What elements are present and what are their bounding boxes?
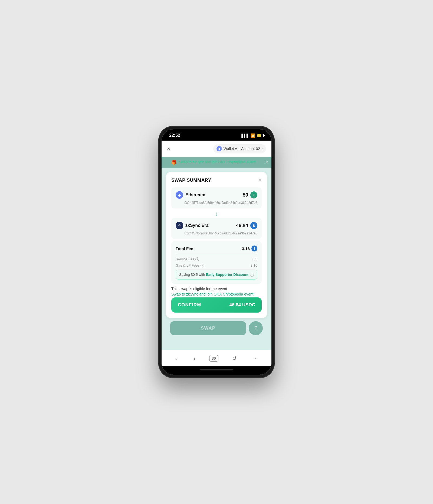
confirm-amount: 46.84 USDC [229, 302, 255, 308]
to-address: 0x24457fcca8fa56b446cc9ad3484c2ae362a2d7… [176, 231, 257, 235]
promo-text: Swap to zkSync and join OKX Cryptopedia … [179, 160, 256, 165]
bottom-area: SWAP ? [166, 321, 267, 339]
app-header: × ◆ Wallet A – Account 02 › [162, 141, 271, 157]
home-indicator [162, 366, 271, 375]
battery-icon [257, 134, 264, 137]
home-bar [200, 369, 233, 370]
event-section: This swap is eligible for the event Swap… [171, 287, 262, 296]
more-button[interactable]: ··· [251, 354, 261, 363]
wifi-icon: 📶 [251, 133, 255, 138]
signal-icon: ▌▌▌ [241, 134, 249, 138]
total-fee-value: 3.16 [242, 246, 250, 251]
from-amount-row: 50 T [243, 191, 257, 198]
refresh-button[interactable]: ↺ [229, 354, 240, 363]
from-chain-row: ◆ Ethereum 50 T 0x24457fcca8fa56b446cc9a… [171, 187, 262, 208]
promo-close-button[interactable]: × [266, 160, 268, 165]
usdt-token-icon: T [250, 191, 257, 198]
swap-button[interactable]: SWAP [170, 321, 246, 335]
status-time: 22:52 [169, 133, 180, 138]
bottom-nav: ‹ › 30 ↺ ··· [162, 350, 271, 366]
help-button[interactable]: ? [249, 321, 263, 335]
wallet-selector[interactable]: ◆ Wallet A – Account 02 › [213, 144, 266, 153]
calendar-button[interactable]: 30 [209, 355, 218, 362]
wallet-eth-icon: ◆ [216, 146, 222, 151]
modal-close-button[interactable]: × [259, 177, 262, 183]
chevron-right-icon: › [262, 147, 263, 151]
from-chain-info: ◆ Ethereum [176, 191, 205, 199]
modal-title: SWAP SUMMARY [171, 178, 211, 183]
gas-fee-row: Gas & LP Fees i 3.16 [176, 263, 257, 267]
usdc-token-icon: $ [250, 222, 257, 229]
wallet-name: Wallet A – Account 02 [224, 147, 260, 151]
service-fee-info-icon[interactable]: i [195, 257, 199, 261]
back-button[interactable]: ‹ [173, 354, 180, 363]
to-chain-name: zkSync Era [185, 223, 208, 228]
total-fee-row: Total Fee 3.16 $ [176, 246, 257, 251]
event-link[interactable]: Swap to zkSync and join OKX Cryptopedia … [171, 292, 262, 296]
gas-fee-value: 3.16 [251, 263, 257, 267]
gas-fee-label: Gas & LP Fees i [176, 263, 204, 267]
service-fee-label: Service Fee i [176, 257, 199, 261]
to-chain-info: ⟳ zkSync Era [176, 222, 208, 229]
total-fee-amount: 3.16 $ [242, 246, 257, 251]
gift-icon: 🎁 [171, 160, 177, 165]
service-fee-row: Service Fee i 0.5 [176, 257, 257, 261]
confirm-button[interactable]: CONFIRM 46.84 USDC [171, 297, 262, 313]
confirm-label: CONFIRM [178, 302, 201, 308]
swap-summary-card: SWAP SUMMARY × ◆ Ethereum 50 T [166, 172, 267, 318]
modal-header: SWAP SUMMARY × [171, 177, 262, 183]
ethereum-icon: ◆ [176, 191, 183, 199]
event-eligible-text: This swap is eligible for the event [171, 287, 262, 291]
fee-section: Total Fee 3.16 $ Service Fee i 0.5 [171, 241, 262, 284]
forward-button[interactable]: › [191, 354, 198, 363]
from-chain-name: Ethereum [185, 193, 205, 197]
promo-banner: 🎁 Swap to zkSync and join OKX Cryptopedi… [162, 157, 271, 168]
zksync-icon: ⟳ [176, 222, 183, 229]
gas-fee-info-icon[interactable]: i [201, 264, 204, 267]
from-amount: 50 [243, 192, 248, 198]
status-bar: 22:52 ▌▌▌ 📶 [162, 129, 271, 141]
swap-arrow: ↓ [171, 211, 262, 217]
service-fee-value: 0.5 [252, 257, 257, 261]
discount-text: Saving $0.5 with Early Supporter Discoun… [179, 273, 248, 277]
from-address: 0x24457fcca8fa56b446cc9ad3484c2ae362a2d7… [176, 201, 257, 205]
to-amount: 46.84 [236, 223, 248, 228]
total-fee-label: Total Fee [176, 246, 193, 251]
to-amount-row: 46.84 $ [236, 222, 257, 229]
to-chain-row: ⟳ zkSync Era 46.84 $ 0x24457fcca8fa56b44… [171, 218, 262, 239]
discount-info-icon[interactable]: i [250, 273, 254, 277]
status-icons: ▌▌▌ 📶 [241, 133, 264, 138]
main-content: SWAP SUMMARY × ◆ Ethereum 50 T [162, 168, 271, 350]
close-button[interactable]: × [167, 146, 170, 152]
discount-banner: Saving $0.5 with Early Supporter Discoun… [176, 270, 257, 280]
fee-token-icon: $ [251, 246, 257, 251]
